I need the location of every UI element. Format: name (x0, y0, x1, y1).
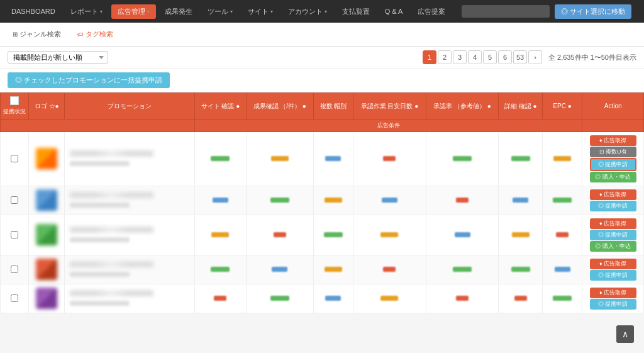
total-count-info: 全 2,635件中 1〜50件目表示 (548, 53, 636, 62)
row-data-cell (246, 284, 313, 313)
action-btn-購入・申込[interactable]: ◎ 購入・申込 (590, 172, 636, 182)
row-data-cell (543, 284, 582, 313)
row-checkbox[interactable] (11, 266, 18, 273)
select-all-checkbox[interactable] (10, 96, 19, 105)
data-bar (456, 296, 469, 301)
action-btn-広告取得[interactable]: ♦ 広告取得 (590, 189, 636, 200)
data-bar (211, 232, 229, 237)
table-row: ♦ 広告取得◎ 提携申請 (1, 284, 644, 313)
data-bar (270, 296, 289, 301)
action-btn-広告取得[interactable]: ♦ 広告取得 (590, 259, 636, 269)
row-data-cell (313, 186, 353, 215)
nav-item-site[interactable]: サイト ▾ (242, 4, 279, 19)
page-btn-6[interactable]: 6 (498, 50, 512, 64)
row-data-cell (426, 284, 499, 313)
page-btn-3[interactable]: 3 (453, 50, 467, 64)
th-site-confirm: サイト 確認 ● (195, 93, 246, 120)
sort-select-wrapper[interactable]: 掲載開始日が新しい順掲載終了日が新しい順EPC順 (8, 51, 108, 64)
action-btn-広告取得[interactable]: ♦ 広告取得 (590, 135, 636, 146)
page-btn-4[interactable]: 4 (468, 50, 482, 64)
action-btn-広告取得[interactable]: ♦ 広告取得 (590, 288, 636, 298)
genre-filter-tab[interactable]: ⊞ ジャンル検索 (8, 28, 66, 41)
data-bar (455, 232, 470, 237)
th-promotion: プロモーション (65, 93, 195, 120)
page-btn-next[interactable]: › (528, 50, 542, 64)
bulk-apply-button[interactable]: ◎ チェックしたプロモーションに一括提携申請 (8, 72, 170, 88)
logo-image (36, 259, 57, 280)
promotion-title (70, 290, 153, 296)
row-checkbox[interactable] (11, 294, 18, 302)
row-action-cell: ♦ 広告取得⊡ 複数U有◎ 提携申請◎ 購入・申込 (582, 132, 644, 186)
nav-item-qa[interactable]: Q & A (379, 5, 409, 18)
nav-item-ad-manage[interactable]: 広告管理 ▾ (111, 4, 156, 19)
promotion-table-wrap: 提携状況 ロゴ ☆● プロモーション サイト 確認 ● 成果確認 （/件） ● … (0, 92, 644, 313)
action-btn-提携申請[interactable]: ◎ 提携申請 (590, 270, 636, 281)
action-btn-提携申請[interactable]: ◎ 提携申請 (590, 299, 636, 310)
nav-item-payment[interactable]: 支払覧置 (336, 4, 376, 19)
row-data-cell (246, 132, 313, 186)
th-count: 複数 帽別 (313, 93, 353, 120)
data-bar (556, 232, 569, 237)
page-btn-53[interactable]: 53 (513, 50, 527, 64)
promotion-desc (70, 272, 130, 277)
sort-select[interactable]: 掲載開始日が新しい順掲載終了日が新しい順EPC順 (8, 51, 108, 64)
page-btn-5[interactable]: 5 (483, 50, 497, 64)
nav-item-tools[interactable]: ツール ▾ (201, 4, 239, 19)
data-bar (274, 232, 286, 237)
row-data-cell (246, 215, 313, 255)
data-bar (555, 267, 570, 272)
row-data-cell (426, 186, 499, 215)
action-btn-広告取得[interactable]: ♦ 広告取得 (590, 218, 636, 229)
site-select-button[interactable]: ◎ サイト選択に移動 (555, 4, 631, 19)
data-bar (514, 296, 527, 301)
data-bar (553, 156, 571, 161)
data-bar (325, 296, 341, 301)
table-body: ♦ 広告取得⊡ 複数U有◎ 提携申請◎ 購入・申込 ♦ 広告取得◎ 提携申請 ♦… (1, 132, 644, 313)
nav-item-result[interactable]: 成果発生 (158, 4, 199, 19)
site-search-input[interactable] (462, 5, 550, 18)
nav-item-ad-proposal[interactable]: 広告提案 (411, 4, 452, 19)
data-bar (453, 156, 472, 161)
row-checkbox[interactable] (11, 231, 18, 238)
logo-image (36, 288, 57, 309)
row-promotion-cell (65, 186, 195, 215)
row-data-cell (353, 186, 426, 215)
tag-filter-tab[interactable]: 🏷 タグ検索 (72, 28, 118, 41)
data-bar (456, 198, 469, 203)
table-row: ♦ 広告取得◎ 提携申請◎ 購入・申込 (1, 215, 644, 255)
action-btn-提携申請[interactable]: ◎ 提携申請 (590, 158, 636, 171)
page-btn-2[interactable]: 2 (438, 50, 452, 64)
row-logo-cell (29, 284, 65, 313)
promotion-desc (70, 301, 130, 306)
chevron-down-icon: ▾ (270, 9, 273, 14)
data-bar (213, 198, 228, 203)
action-btn-複数U有[interactable]: ⊡ 複数U有 (590, 147, 636, 157)
page-btn-1[interactable]: 1 (423, 50, 436, 64)
row-data-cell (313, 284, 353, 313)
row-action-cell: ♦ 広告取得◎ 提携申請◎ 購入・申込 (582, 215, 644, 255)
th-epc: EPC ● (543, 93, 582, 120)
row-data-cell (543, 132, 582, 186)
nav-item-report[interactable]: レポート ▾ (64, 4, 109, 19)
row-action-cell: ♦ 広告取得◎ 提携申請 (582, 255, 644, 284)
action-btn-提携申請[interactable]: ◎ 提携申請 (590, 230, 636, 240)
tag-icon: 🏷 (77, 31, 84, 38)
row-checkbox[interactable] (11, 155, 18, 162)
action-btn-購入・申込[interactable]: ◎ 購入・申込 (590, 241, 636, 252)
th-spacer (1, 120, 195, 132)
nav-item-dashboard[interactable]: DASHBOARD (5, 5, 62, 18)
row-data-cell (426, 255, 499, 284)
th-approval: 承認作業 目安日数 ● (353, 93, 426, 120)
row-data-cell (313, 132, 353, 186)
row-logo-cell (29, 255, 65, 284)
row-checkbox-cell (1, 255, 29, 284)
row-checkbox[interactable] (11, 196, 18, 204)
nav-item-account[interactable]: アカウント ▾ (282, 4, 333, 19)
data-bar (380, 296, 398, 301)
row-data-cell (353, 255, 426, 284)
action-btn-提携申請[interactable]: ◎ 提携申請 (590, 201, 636, 211)
row-data-cell (195, 284, 246, 313)
nav-center: ◎ サイト選択に移動 (454, 4, 639, 19)
data-bar (383, 267, 396, 272)
promotion-desc (70, 203, 130, 208)
